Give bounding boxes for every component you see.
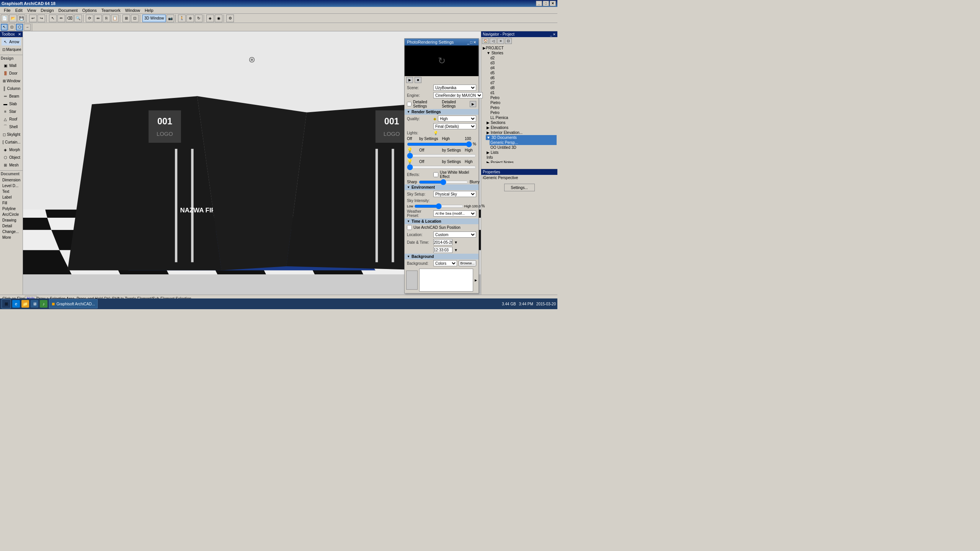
walk-btn[interactable]: 🚶: [178, 15, 186, 22]
menu-view[interactable]: View: [25, 8, 39, 13]
nav-d1[interactable]: d1: [490, 90, 557, 95]
select-arrow-icon[interactable]: →: [24, 24, 31, 31]
pencil-btn[interactable]: ✏: [57, 15, 65, 22]
sky-intensity-range[interactable]: [414, 204, 464, 208]
browse-button[interactable]: Browse...: [459, 260, 476, 266]
nav-close[interactable]: ✕: [553, 33, 556, 36]
color-swatch-left[interactable]: [406, 271, 418, 290]
new-btn[interactable]: 📄: [1, 15, 8, 22]
tool-fill[interactable]: Fill: [2, 200, 21, 206]
cursor-btn[interactable]: ↖: [49, 15, 57, 22]
lights-range2[interactable]: [407, 154, 476, 158]
menu-document[interactable]: Document: [56, 8, 80, 13]
nav-type-btn[interactable]: ≡: [497, 38, 504, 44]
menu-options[interactable]: Options: [80, 8, 99, 13]
date-input[interactable]: [433, 239, 452, 245]
tool-arccircle[interactable]: Arc/Circle: [2, 212, 21, 217]
tool-mesh[interactable]: ⊞ Mesh: [2, 161, 21, 169]
effects-checkbox[interactable]: [433, 172, 438, 177]
render-close[interactable]: ✕: [473, 40, 476, 44]
tool-drawing[interactable]: Drawing: [2, 217, 21, 223]
nav-back-btn[interactable]: ◁: [490, 38, 497, 44]
nav-petro[interactable]: Petro: [490, 95, 557, 100]
render2-btn[interactable]: ◉: [215, 15, 222, 22]
tool-shell[interactable]: ⌒ Shell: [2, 123, 21, 130]
undo-btn[interactable]: ↩: [29, 15, 37, 22]
tool-roof[interactable]: △ Roof: [2, 115, 21, 123]
tool-marquee[interactable]: ⊡ Marquee: [2, 46, 21, 53]
render-maximize[interactable]: □: [470, 40, 472, 44]
orbit-btn[interactable]: ⊕: [186, 15, 194, 22]
nav-d7[interactable]: d7: [490, 80, 557, 85]
zoom-btn[interactable]: 🔍: [74, 15, 82, 22]
tool-dimension[interactable]: Dimension: [2, 177, 21, 183]
tool-beam[interactable]: ═ Beam: [2, 92, 21, 100]
tool-wall[interactable]: ▣ Wall: [2, 62, 21, 69]
nav-project[interactable]: ▶ PROJECT: [482, 46, 557, 51]
settings-btn[interactable]: ⚙: [226, 15, 234, 22]
tool-label[interactable]: Label: [2, 194, 21, 200]
rotate-btn[interactable]: ⟳: [86, 15, 93, 22]
toolbox-close[interactable]: ✕: [18, 32, 21, 36]
redo-btn[interactable]: ↪: [38, 15, 45, 22]
nav-info[interactable]: Info: [486, 155, 557, 160]
camera-btn[interactable]: 📷: [167, 15, 174, 22]
nav-d6[interactable]: d6: [490, 75, 557, 80]
nav-d8[interactable]: d8: [490, 85, 557, 90]
menu-file[interactable]: File: [2, 8, 13, 13]
render-minimize[interactable]: _: [467, 40, 469, 44]
time-btn[interactable]: ▼: [454, 248, 458, 252]
tool-curtain[interactable]: ⟦ Curtain...: [2, 138, 21, 146]
nav-view-btn[interactable]: ⊡: [505, 38, 512, 44]
minimize-button[interactable]: _: [536, 1, 542, 6]
time-location-section[interactable]: ▼ Time & Location: [405, 218, 479, 224]
nav-d2[interactable]: d2: [490, 55, 557, 60]
quality-select[interactable]: High: [438, 116, 476, 122]
select-active-icon[interactable]: ⬡: [16, 24, 23, 31]
tool-change[interactable]: Change...: [2, 229, 21, 235]
settings-button[interactable]: Settings...: [504, 184, 535, 191]
nav-sections[interactable]: ▶ Sections: [486, 120, 557, 125]
computer-icon[interactable]: 🖥: [31, 300, 38, 308]
tool-more[interactable]: More: [2, 235, 21, 240]
nav-3d-docs[interactable]: ▼ 3D Documents: [486, 135, 557, 140]
tool-polyline[interactable]: Polyline: [2, 206, 21, 212]
3d-window-btn[interactable]: 3D Window: [142, 15, 166, 22]
copy-btn[interactable]: ⎘: [103, 15, 110, 22]
archicad-sun-checkbox[interactable]: [407, 225, 412, 230]
date-btn[interactable]: ▼: [454, 240, 458, 245]
tool-stair[interactable]: ≡ Star: [2, 108, 21, 115]
nav-petro2[interactable]: Petro: [490, 105, 557, 110]
nav-generic-persp[interactable]: Generic Persp...: [490, 140, 557, 145]
nav-project-notes[interactable]: ▶ Project Notes: [486, 160, 557, 163]
select-marquee-icon[interactable]: ⊡: [8, 24, 15, 31]
tool-door[interactable]: 🚪 Door: [2, 69, 21, 77]
tool-window[interactable]: ⊞ Window: [2, 77, 21, 85]
scene-select[interactable]: UzyBownika: [433, 85, 476, 91]
render-settings-section[interactable]: ▼ Render Settings: [405, 109, 479, 115]
menu-design[interactable]: Design: [38, 8, 56, 13]
time-input[interactable]: [433, 247, 452, 253]
menu-edit[interactable]: Edit: [13, 8, 25, 13]
menu-help[interactable]: Help: [142, 8, 156, 13]
detailed-settings-btn[interactable]: ▶: [470, 101, 476, 107]
media-icon[interactable]: ♪: [40, 300, 47, 308]
location-select[interactable]: Custom: [433, 231, 476, 238]
tool-detail[interactable]: Detail: [2, 223, 21, 229]
tool-arrow[interactable]: ↖ Arrow: [2, 38, 21, 46]
open-btn[interactable]: 📂: [9, 15, 17, 22]
close-button[interactable]: ✕: [550, 1, 556, 6]
tool-object[interactable]: ⬡ Object: [2, 153, 21, 161]
tool-skylight[interactable]: ◻ Skylight: [2, 130, 21, 138]
nav-pietro[interactable]: Pietro: [490, 100, 557, 105]
nav-d3[interactable]: d3: [490, 60, 557, 65]
environment-section[interactable]: ▼ Environment: [405, 184, 479, 190]
menu-teamwork[interactable]: Teamwork: [99, 8, 123, 13]
tool-column[interactable]: ║ Column: [2, 85, 21, 92]
nav-ll[interactable]: LL Pienica: [490, 115, 557, 120]
nav-interior-elev[interactable]: ▶ Interior Elevation...: [486, 130, 557, 135]
group-btn[interactable]: ⊡: [131, 15, 139, 22]
final-details-select[interactable]: Final (Details): [433, 123, 476, 129]
eraser-btn[interactable]: ⌫: [66, 15, 74, 22]
background-select[interactable]: Colors: [433, 260, 457, 266]
